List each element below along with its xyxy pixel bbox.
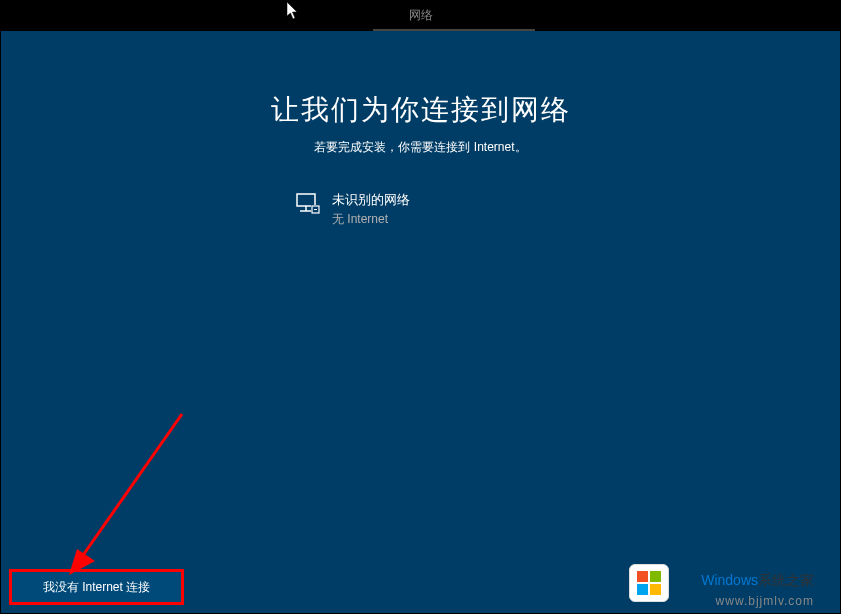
page-subheading: 若要完成安装，你需要连接到 Internet。	[314, 139, 526, 156]
page-heading: 让我们为你连接到网络	[271, 91, 571, 129]
network-name: 未识别的网络	[332, 191, 410, 209]
watermark-logo	[629, 564, 669, 602]
svg-rect-0	[297, 194, 315, 206]
watermark-url: www.bjjmlv.com	[716, 594, 814, 608]
oobe-screenshot: 网络 让我们为你连接到网络 若要完成安装，你需要连接到 Internet。 未识…	[0, 0, 841, 614]
network-status: 无 Internet	[332, 211, 410, 228]
annotation-arrow	[57, 409, 187, 589]
windows-logo-icon	[637, 571, 661, 595]
tab-network[interactable]: 网络	[409, 7, 433, 24]
svg-line-6	[79, 414, 182, 561]
no-internet-button-label: 我没有 Internet 连接	[43, 579, 150, 596]
network-text: 未识别的网络 无 Internet	[332, 191, 410, 228]
watermark-brand-primary: Windows	[701, 572, 758, 588]
network-item[interactable]: 未识别的网络 无 Internet	[296, 191, 410, 228]
watermark-brand-secondary: 系统之家	[758, 572, 814, 588]
top-bar: 网络	[1, 1, 840, 31]
mouse-cursor-icon	[286, 1, 300, 21]
main-area: 让我们为你连接到网络 若要完成安装，你需要连接到 Internet。 未识别的网…	[1, 31, 840, 613]
no-internet-button[interactable]: 我没有 Internet 连接	[9, 569, 184, 605]
ethernet-icon	[296, 193, 320, 215]
watermark-brand: Windows系统之家	[701, 572, 814, 590]
